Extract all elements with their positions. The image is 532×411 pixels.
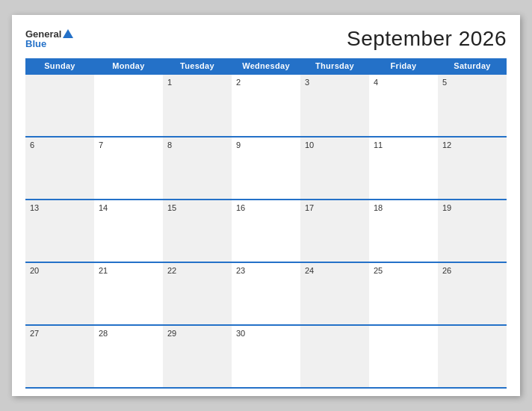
- day-number: 28: [99, 329, 158, 338]
- day-number: 29: [167, 329, 227, 338]
- day-headers-row: SundayMondayTuesdayWednesdayThursdayFrid…: [25, 58, 507, 73]
- day-cell: 6: [25, 137, 94, 199]
- day-cell: 11: [369, 137, 438, 199]
- day-cell: 23: [232, 263, 300, 324]
- day-cell: 1: [163, 75, 232, 136]
- day-cell: 2: [232, 75, 300, 136]
- day-number: 12: [442, 140, 502, 149]
- day-cell: 13: [25, 200, 94, 262]
- day-cell: 22: [163, 263, 232, 324]
- day-header-saturday: Saturday: [438, 58, 507, 73]
- day-cell: 16: [232, 200, 300, 262]
- calendar-container: General Blue September 2026 SundayMonday…: [12, 15, 520, 396]
- day-number: 8: [167, 140, 227, 149]
- week-row-0: 12345: [25, 73, 507, 136]
- day-number: 10: [305, 140, 365, 149]
- day-number: 22: [167, 266, 227, 275]
- day-cell: 7: [94, 137, 163, 199]
- day-number: 17: [305, 203, 365, 212]
- day-header-tuesday: Tuesday: [163, 58, 232, 73]
- day-cell: 28: [94, 326, 163, 387]
- day-cell: 15: [163, 200, 232, 262]
- day-cell: 25: [369, 263, 438, 324]
- day-header-sunday: Sunday: [25, 58, 94, 73]
- day-header-monday: Monday: [94, 58, 163, 73]
- day-number: 20: [30, 266, 90, 275]
- day-number: 2: [236, 78, 296, 87]
- day-cell: 20: [25, 263, 94, 324]
- day-number: 23: [236, 266, 296, 275]
- week-row-4: 27282930: [25, 324, 507, 389]
- week-row-1: 6789101112: [25, 136, 507, 199]
- day-cell: 18: [369, 200, 438, 262]
- calendar-grid: SundayMondayTuesdayWednesdayThursdayFrid…: [25, 58, 507, 389]
- day-cell: 12: [438, 137, 507, 199]
- day-number: 9: [236, 140, 296, 149]
- day-cell: [25, 75, 94, 136]
- day-number: 6: [30, 140, 90, 149]
- day-number: 1: [167, 78, 227, 87]
- day-cell: 21: [94, 263, 163, 324]
- day-cell: 8: [163, 137, 232, 199]
- day-header-friday: Friday: [369, 58, 438, 73]
- day-cell: 27: [25, 326, 94, 387]
- day-number: 18: [374, 203, 433, 212]
- day-number: 19: [442, 203, 502, 212]
- day-header-wednesday: Wednesday: [232, 58, 300, 73]
- day-cell: 30: [232, 326, 300, 387]
- day-cell: [438, 326, 507, 387]
- day-number: 11: [374, 140, 433, 149]
- day-cell: 9: [232, 137, 300, 199]
- day-cell: 14: [94, 200, 163, 262]
- day-cell: [300, 326, 369, 387]
- weeks-container: 1234567891011121314151617181920212223242…: [25, 73, 507, 389]
- week-row-3: 20212223242526: [25, 262, 507, 324]
- logo-triangle-icon: [63, 29, 73, 38]
- day-number: 25: [374, 266, 433, 275]
- calendar-header: General Blue September 2026: [25, 27, 507, 51]
- day-cell: 24: [300, 263, 369, 324]
- day-number: 13: [30, 203, 90, 212]
- day-cell: 29: [163, 326, 232, 387]
- day-cell: 4: [369, 75, 438, 136]
- logo-blue-text: Blue: [25, 39, 46, 49]
- day-number: 24: [305, 266, 365, 275]
- day-number: 27: [30, 329, 90, 338]
- day-number: 30: [236, 329, 296, 338]
- month-title: September 2026: [347, 27, 507, 51]
- day-number: 15: [167, 203, 227, 212]
- day-cell: 26: [438, 263, 507, 324]
- logo: General Blue: [25, 29, 73, 49]
- day-cell: 5: [438, 75, 507, 136]
- day-number: 26: [442, 266, 502, 275]
- day-number: 5: [442, 78, 502, 87]
- day-number: 16: [236, 203, 296, 212]
- day-cell: 19: [438, 200, 507, 262]
- day-cell: 3: [300, 75, 369, 136]
- day-number: 3: [305, 78, 365, 87]
- day-number: 14: [99, 203, 158, 212]
- day-number: 7: [99, 140, 158, 149]
- day-cell: 17: [300, 200, 369, 262]
- day-header-thursday: Thursday: [300, 58, 369, 73]
- week-row-2: 13141516171819: [25, 199, 507, 262]
- day-cell: [94, 75, 163, 136]
- day-number: 21: [99, 266, 158, 275]
- day-cell: 10: [300, 137, 369, 199]
- day-number: 4: [374, 78, 433, 87]
- day-cell: [369, 326, 438, 387]
